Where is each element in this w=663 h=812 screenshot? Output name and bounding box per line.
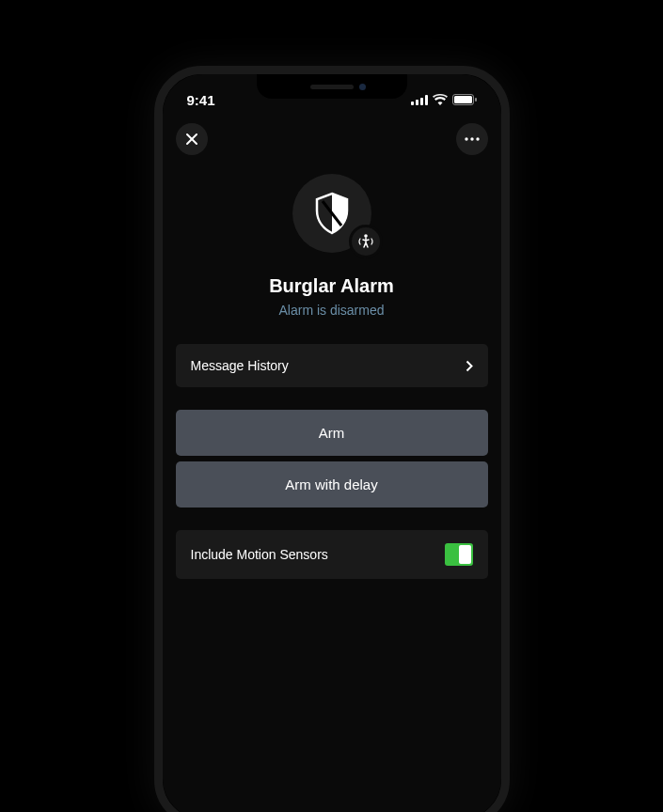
more-button[interactable] (456, 123, 488, 155)
phone-speaker (310, 85, 354, 89)
screen: 9:41 (163, 74, 501, 812)
include-motion-toggle[interactable] (445, 543, 473, 566)
motion-icon (356, 232, 375, 251)
message-history-label: Message History (191, 358, 289, 373)
arm-button[interactable]: Arm (176, 410, 488, 456)
action-buttons: Arm Arm with delay (176, 410, 488, 508)
close-button[interactable] (176, 123, 208, 155)
alarm-title: Burglar Alarm (163, 275, 501, 297)
wifi-icon (433, 94, 448, 105)
include-motion-row: Include Motion Sensors (176, 530, 488, 579)
svg-point-9 (465, 137, 467, 140)
arm-delay-button[interactable]: Arm with delay (176, 461, 488, 508)
phone-frame: 9:41 (154, 66, 510, 812)
svg-rect-1 (416, 100, 418, 105)
shield-icon (313, 192, 351, 235)
close-icon (185, 133, 198, 146)
alarm-status: Alarm is disarmed (163, 303, 501, 318)
content: Message History Arm Arm with delay Inclu… (163, 344, 501, 579)
status-time: 9:41 (187, 92, 215, 108)
alarm-icon-container (163, 174, 501, 253)
svg-rect-6 (475, 98, 477, 102)
svg-point-10 (470, 137, 473, 140)
more-icon (465, 137, 480, 141)
include-motion-label: Include Motion Sensors (191, 547, 328, 562)
svg-point-11 (476, 137, 479, 140)
chevron-right-icon (466, 360, 473, 372)
signal-icon (411, 95, 428, 105)
phone-notch (257, 74, 407, 99)
header (163, 116, 501, 163)
motion-sub-icon (349, 225, 383, 258)
message-history-row[interactable]: Message History (176, 344, 488, 387)
phone-camera (359, 84, 366, 90)
svg-rect-5 (454, 96, 472, 103)
toggle-knob (459, 545, 471, 564)
alarm-circle (292, 174, 371, 253)
battery-icon (452, 94, 477, 105)
title-section: Burglar Alarm Alarm is disarmed (163, 275, 501, 318)
svg-rect-2 (420, 98, 423, 105)
svg-rect-3 (425, 95, 428, 105)
status-icons (411, 94, 477, 105)
svg-rect-0 (411, 102, 414, 105)
